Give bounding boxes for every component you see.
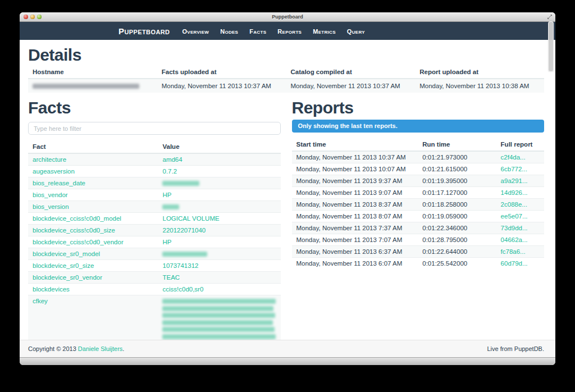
fact-row: blockdevice_cciss!c0d0_size220122071040	[28, 225, 281, 236]
fact-value-link[interactable]: 0.7.2	[162, 168, 177, 175]
navbar-link-facts[interactable]: Facts	[249, 28, 266, 35]
report-row: Monday, November 11 2013 7:07 AM0:01:28.…	[292, 234, 545, 246]
blurred-value-chip	[162, 334, 276, 339]
navbar-brand[interactable]: Puppetboard	[118, 26, 170, 36]
fact-row: blockdevice_cciss!c0d0_vendorHP	[28, 236, 281, 248]
report-start-time-cell: Monday, November 11 2013 9:07 AM	[292, 187, 418, 199]
fact-value-cell: TEAC	[158, 272, 280, 284]
fact-row: architectureamd64	[28, 153, 281, 166]
report-hash-link[interactable]: c2f4da...	[501, 154, 526, 161]
zoom-window-button[interactable]	[37, 15, 42, 19]
report-run-time-cell: 0:01:25.542000	[418, 258, 496, 270]
report-run-time-cell: 0:01:28.795000	[418, 234, 496, 246]
fact-name-cell: cfkey	[28, 295, 158, 340]
report-run-time-cell: 0:01:22.644000	[418, 246, 496, 258]
facts-heading: Facts	[28, 99, 281, 116]
fact-name-cell: blockdevice_cciss!c0d0_vendor	[28, 236, 158, 248]
navbar-link-nodes[interactable]: Nodes	[220, 28, 238, 35]
fact-name-cell: bios_release_date	[28, 177, 158, 189]
fact-name-link[interactable]: cfkey	[33, 298, 48, 304]
fact-value-cell	[158, 201, 280, 213]
navbar-item-metrics: Metrics	[313, 26, 336, 36]
fullscreen-icon[interactable]	[547, 14, 553, 20]
report-hash-link[interactable]: 60d79d...	[501, 260, 528, 267]
fact-name-link[interactable]: architecture	[33, 156, 66, 163]
fact-name-link[interactable]: augeasversion	[33, 168, 75, 175]
fact-row: cfkey	[28, 295, 281, 340]
fact-value-link[interactable]: 1073741312	[162, 262, 198, 269]
fact-name-link[interactable]: blockdevice_cciss!c0d0_model	[33, 215, 121, 222]
two-column-layout: Facts FactValue architectureamd64augeasv…	[28, 94, 544, 340]
fact-value-cell: HP	[158, 189, 280, 201]
author-link[interactable]: Daniele Sluijters	[78, 345, 122, 352]
fact-value-link[interactable]: HP	[162, 239, 171, 245]
fact-row: augeasversion0.7.2	[28, 166, 281, 177]
report-hash-link[interactable]: 6cb772...	[501, 166, 527, 172]
navbar-item-facts: Facts	[249, 26, 266, 36]
report-start-time-cell: Monday, November 11 2013 9:37 AM	[292, 175, 418, 187]
reports-table: Start timeRun timeFull report Monday, No…	[292, 139, 545, 269]
report-run-time-cell: 0:01:21.615000	[418, 163, 496, 175]
catalog-compiled-cell: Monday, November 11 2013 10:37 AM	[286, 79, 416, 93]
details-header-row: HostnameFacts uploaded atCatalog compile…	[28, 67, 544, 79]
navbar-link-overview[interactable]: Overview	[182, 28, 209, 35]
fact-name-link[interactable]: bios_version	[33, 203, 69, 210]
fact-name-link[interactable]: blockdevice_sr0_size	[33, 262, 94, 269]
report-row: Monday, November 11 2013 7:37 AM0:01:22.…	[292, 222, 545, 234]
fact-name-link[interactable]: blockdevices	[33, 286, 70, 293]
report-hash-cell: ee5e07...	[496, 211, 544, 222]
report-hash-link[interactable]: 73d9dd...	[501, 225, 528, 231]
details-column-header: Catalog compiled at	[286, 67, 416, 79]
fact-value-link[interactable]: cciss!c0d0,sr0	[162, 286, 203, 293]
fact-value-link[interactable]: LOGICAL VOLUME	[162, 215, 219, 222]
report-hash-link[interactable]: ee5e07...	[501, 213, 528, 220]
fact-name-link[interactable]: blockdevice_cciss!c0d0_vendor	[33, 239, 124, 245]
report-hash-link[interactable]: fc78a6...	[501, 248, 526, 255]
report-hash-link[interactable]: 04662a...	[501, 236, 528, 243]
report-hash-cell: 60d79d...	[496, 258, 544, 270]
fact-name-link[interactable]: bios_vendor	[33, 192, 68, 198]
fact-value-link[interactable]: TEAC	[162, 274, 180, 281]
window-titlebar: Puppetboard	[20, 12, 555, 22]
navbar-link-metrics[interactable]: Metrics	[313, 28, 336, 35]
fact-value-cell: LOGICAL VOLUME	[158, 213, 280, 225]
fact-row: bios_vendorHP	[28, 189, 281, 201]
facts-filter-input[interactable]	[28, 122, 281, 135]
details-column-header: Hostname	[28, 67, 157, 79]
report-hash-cell: 14d926...	[496, 187, 544, 199]
report-run-time-cell: 0:01:17.127000	[418, 187, 496, 199]
report-hash-link[interactable]: 2c088e...	[501, 201, 527, 208]
report-hash-cell: c2f4da...	[496, 151, 544, 163]
report-row: Monday, November 11 2013 8:37 AM0:01:18.…	[292, 199, 545, 211]
fact-value-link[interactable]: amd64	[162, 156, 182, 163]
report-hash-cell: 04662a...	[496, 234, 544, 246]
report-hash-cell: fc78a6...	[496, 246, 544, 258]
report-hash-cell: a9a291...	[496, 175, 544, 187]
navbar-menu: OverviewNodesFactsReportsMetricsQuery	[182, 26, 364, 36]
fact-value-cell: HP	[158, 236, 280, 248]
navbar-link-query[interactable]: Query	[347, 28, 365, 35]
fact-value-link[interactable]: HP	[162, 192, 171, 198]
report-run-time-cell: 0:01:18.258000	[418, 199, 496, 211]
minimize-window-button[interactable]	[30, 15, 35, 19]
fact-row: blockdevice_cciss!c0d0_modelLOGICAL VOLU…	[28, 213, 281, 225]
details-table: HostnameFacts uploaded atCatalog compile…	[28, 67, 544, 93]
blurred-value-chip	[162, 327, 275, 332]
fact-value-link[interactable]: 220122071040	[162, 227, 206, 234]
fact-name-link[interactable]: blockdevice_sr0_model	[33, 250, 100, 257]
report-hash-link[interactable]: a9a291...	[501, 177, 528, 184]
vertical-scrollbar-thumb[interactable]	[548, 21, 554, 72]
facts-table: FactValue architectureamd64augeasversion…	[28, 142, 281, 340]
fact-value-cell	[158, 295, 280, 340]
blurred-value-chip	[162, 204, 179, 209]
blurred-value-chip	[162, 306, 273, 311]
close-window-button[interactable]	[24, 15, 28, 19]
fact-name-link[interactable]: blockdevice_cciss!c0d0_size	[33, 227, 115, 234]
fact-name-link[interactable]: blockdevice_sr0_vendor	[33, 274, 102, 281]
reports-column-header: Start time	[292, 139, 418, 151]
report-hash-link[interactable]: 14d926...	[501, 189, 528, 196]
fact-name-link[interactable]: bios_release_date	[33, 180, 85, 186]
navbar-link-reports[interactable]: Reports	[277, 28, 302, 35]
main-content: Details HostnameFacts uploaded atCatalog…	[20, 40, 555, 340]
details-column-header: Facts uploaded at	[157, 67, 286, 79]
